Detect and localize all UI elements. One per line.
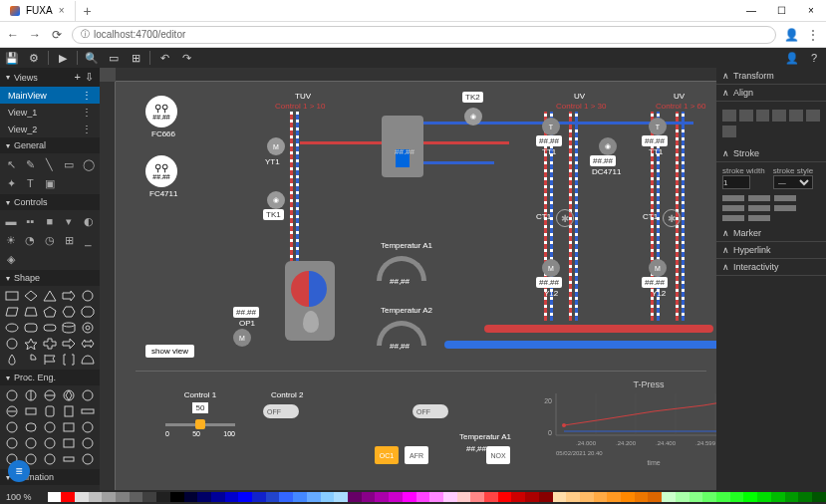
dash-8[interactable]: [748, 215, 770, 221]
color-swatch[interactable]: [812, 492, 826, 502]
dash-6[interactable]: [774, 205, 796, 211]
rp-marker[interactable]: ∧Marker: [716, 225, 826, 242]
color-swatch[interactable]: [130, 492, 143, 502]
pe-vessel[interactable]: [61, 404, 78, 418]
dash-1[interactable]: [722, 195, 744, 201]
user-button[interactable]: 👤: [784, 50, 800, 66]
status-oc1[interactable]: OC1: [375, 446, 399, 464]
align-center[interactable]: [739, 110, 753, 122]
color-swatch[interactable]: [511, 492, 525, 502]
color-swatch[interactable]: [498, 492, 512, 502]
canvas[interactable]: TUV Control 1 > 10 UV Control 1 > 30 UV …: [116, 82, 716, 504]
pipe-blue[interactable]: [444, 341, 716, 349]
shape-donut[interactable]: [80, 321, 97, 335]
undo-button[interactable]: ↶: [156, 50, 172, 66]
maximize-button[interactable]: ☐: [766, 5, 796, 16]
sensor-tt1r[interactable]: T: [649, 118, 667, 135]
color-swatch[interactable]: [785, 492, 799, 502]
color-swatch[interactable]: [553, 492, 567, 502]
button-tool[interactable]: ■: [41, 212, 59, 230]
align-right[interactable]: [756, 110, 770, 122]
color-swatch[interactable]: [334, 492, 348, 502]
color-swatch[interactable]: [61, 492, 75, 502]
color-swatch[interactable]: [771, 492, 785, 502]
fan-ct1r[interactable]: ✱: [663, 209, 681, 227]
control2-toggle[interactable]: OFF: [263, 404, 299, 418]
pe-19[interactable]: [80, 436, 97, 450]
view-menu-icon[interactable]: ⋮: [82, 107, 92, 118]
shape-triangle[interactable]: [41, 289, 58, 303]
color-swatch[interactable]: [702, 492, 716, 502]
color-swatch[interactable]: [798, 492, 812, 502]
save-button[interactable]: 💾: [4, 50, 20, 66]
pe-tank[interactable]: [41, 404, 58, 418]
dash-2[interactable]: [748, 195, 770, 201]
color-swatch[interactable]: [730, 492, 744, 502]
heater[interactable]: [285, 261, 335, 341]
pipe-red[interactable]: [484, 325, 713, 333]
dash-3[interactable]: [774, 195, 796, 201]
shape-star[interactable]: [22, 337, 39, 351]
control1-slider[interactable]: Control 1 50 0 50 100: [165, 390, 235, 437]
shape-arrow[interactable]: [61, 289, 78, 303]
input-tool[interactable]: ▬: [2, 212, 20, 230]
color-swatch[interactable]: [621, 492, 635, 502]
image-tool[interactable]: ▣: [41, 174, 59, 192]
color-swatch[interactable]: [211, 492, 225, 502]
help-button[interactable]: ?: [806, 50, 822, 66]
color-swatch[interactable]: [757, 492, 771, 502]
color-swatch[interactable]: [184, 492, 198, 502]
color-swatch[interactable]: [48, 492, 62, 502]
color-swatch[interactable]: [484, 492, 498, 502]
gauge-fc4711[interactable]: ⚲⚲ ##.##: [145, 155, 177, 187]
shape-gear[interactable]: [3, 337, 20, 351]
views-section-header[interactable]: ▾ Views +⇩: [0, 68, 100, 87]
shape-pie[interactable]: [22, 353, 39, 367]
shape-cloud[interactable]: [3, 321, 20, 335]
grid-button[interactable]: ⊞: [128, 50, 143, 66]
pe-14[interactable]: [80, 420, 97, 434]
gauge-fc666[interactable]: ⚲⚲ ##.##: [145, 96, 177, 127]
pe-motor[interactable]: [41, 388, 58, 402]
color-swatch[interactable]: [662, 492, 676, 502]
sensor-tt1l[interactable]: T: [542, 118, 560, 135]
rp-hyperlink[interactable]: ∧Hyperlink: [716, 242, 826, 259]
color-swatch[interactable]: [676, 492, 689, 502]
shape-capsule[interactable]: [41, 321, 58, 335]
shape-rounded[interactable]: [22, 321, 39, 335]
color-swatch[interactable]: [416, 492, 430, 502]
center-toggle[interactable]: OFF: [413, 404, 448, 418]
shape-cylinder[interactable]: [61, 321, 78, 335]
ellipse-tool[interactable]: ◯: [80, 155, 98, 173]
forward-button[interactable]: →: [28, 28, 42, 42]
pe-16[interactable]: [22, 436, 39, 450]
color-swatch[interactable]: [743, 492, 757, 502]
color-swatch[interactable]: [594, 492, 608, 502]
color-swatch[interactable]: [470, 492, 484, 502]
menu-button[interactable]: ⋮: [806, 28, 820, 42]
rp-transform[interactable]: ∧Transform: [716, 68, 826, 85]
shape-circle[interactable]: [80, 289, 97, 303]
settings-button[interactable]: ⚙: [26, 50, 42, 66]
indicator-tool[interactable]: ◔: [21, 231, 39, 249]
align-middle[interactable]: [789, 110, 803, 122]
color-swatch[interactable]: [102, 492, 116, 502]
view-menu-icon[interactable]: ⋮: [82, 124, 92, 134]
motor-yt1[interactable]: M: [267, 137, 285, 155]
device-tk1[interactable]: ◉: [267, 191, 285, 209]
general-section-header[interactable]: ▾ General: [0, 137, 100, 153]
color-swatch[interactable]: [429, 492, 443, 502]
pe-18[interactable]: [61, 436, 78, 450]
pe-12[interactable]: [41, 420, 58, 434]
pointer-tool[interactable]: ↖: [2, 155, 20, 173]
color-swatch[interactable]: [362, 492, 376, 502]
color-swatch[interactable]: [566, 492, 580, 502]
shape-cross[interactable]: [41, 337, 58, 351]
motor-op1[interactable]: M: [233, 329, 251, 347]
color-swatch[interactable]: [525, 492, 539, 502]
status-nox[interactable]: NOX: [486, 446, 510, 464]
color-swatch[interactable]: [635, 492, 649, 502]
rp-interactivity[interactable]: ∧Interactivity: [716, 259, 826, 276]
color-swatch[interactable]: [321, 492, 335, 502]
gauge-tool[interactable]: ◐: [80, 212, 98, 230]
